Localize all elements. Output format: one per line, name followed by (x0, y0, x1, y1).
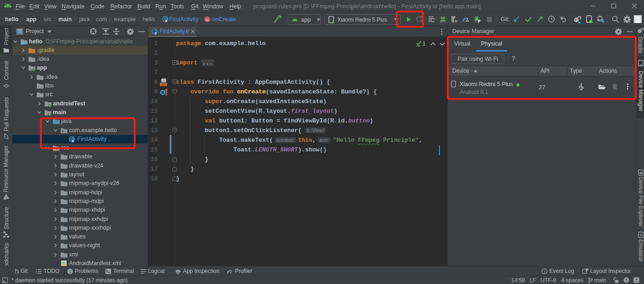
svg-text:<>: <> (161, 82, 166, 87)
svg-text:m: m (205, 17, 209, 22)
